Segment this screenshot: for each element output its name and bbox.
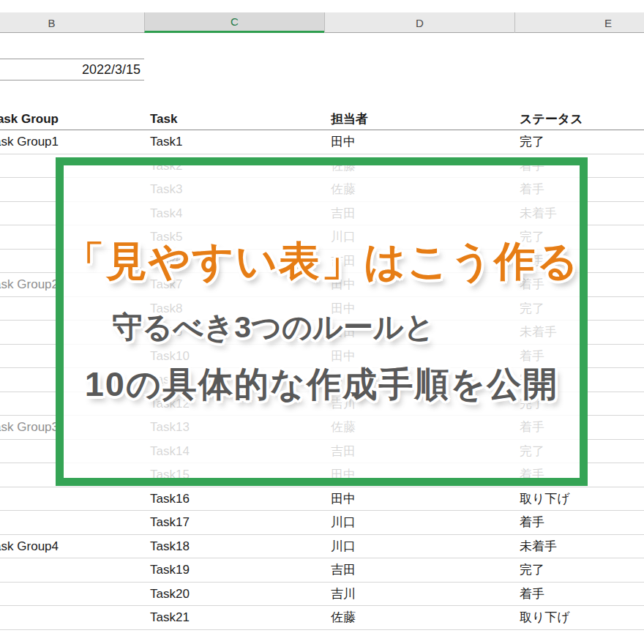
task-cell[interactable]: Task20 [150, 583, 190, 607]
promo-title: 「見やすい表」はこう作る [64, 237, 580, 285]
status-cell[interactable]: 着手 [520, 511, 544, 535]
table-row: Task Group4Task18川口未着手 [0, 535, 644, 559]
header-assignee[interactable]: 担当者 [331, 108, 368, 130]
assignee-cell[interactable]: 川口 [331, 511, 356, 535]
status-cell[interactable]: 取り下げ [520, 487, 570, 512]
task-cell[interactable]: Task19 [150, 558, 190, 583]
assignee-cell[interactable]: 田中 [331, 130, 356, 154]
column-header-d[interactable]: D [324, 12, 514, 33]
date-cell[interactable]: 2022/3/15 [0, 59, 144, 80]
task-cell[interactable]: Task1 [150, 130, 182, 154]
group-cell[interactable]: Task Group1 [0, 130, 59, 154]
group-cell[interactable]: Task Group2 [0, 273, 59, 297]
table-row: Task21佐藤取り下げ [0, 606, 644, 630]
table-row [0, 630, 644, 644]
column-header-strip: B C D E [0, 12, 644, 33]
group-cell[interactable]: Task Group3 [0, 416, 59, 440]
promo-subtitle-line1: 守るべき3つのルールと [15, 309, 531, 345]
group-cell[interactable]: Task Group4 [0, 535, 59, 559]
status-cell[interactable]: 着手 [520, 583, 544, 607]
promo-subtitle-line2: 10の具体的な作成手順を公開 [64, 364, 580, 405]
status-cell[interactable]: 未着手 [520, 535, 557, 559]
assignee-cell[interactable]: 佐藤 [331, 606, 356, 630]
table-row: Task17川口着手 [0, 511, 644, 535]
table-row: Task Group1Task1田中完了 [0, 130, 644, 154]
assignee-cell[interactable]: 田中 [331, 487, 356, 512]
task-cell[interactable]: Task21 [150, 606, 190, 630]
table-row: Task16田中取り下げ [0, 487, 644, 512]
task-cell[interactable]: Task17 [150, 511, 190, 535]
header-status[interactable]: ステータス [520, 108, 583, 130]
table-header-row: Task Group Task 担当者 ステータス [0, 108, 644, 130]
status-cell[interactable]: 完了 [520, 558, 544, 583]
column-header-c-selected[interactable]: C [144, 12, 324, 33]
assignee-cell[interactable]: 吉川 [331, 583, 356, 607]
task-cell[interactable]: Task16 [150, 487, 190, 512]
task-cell[interactable]: Task18 [150, 535, 190, 559]
assignee-cell[interactable]: 吉田 [331, 558, 356, 583]
header-task[interactable]: Task [150, 108, 178, 130]
column-header-e[interactable]: E [514, 12, 644, 33]
table-row: Task19吉田完了 [0, 558, 644, 583]
assignee-cell[interactable]: 川口 [331, 535, 356, 559]
column-header-b[interactable]: B [0, 12, 144, 33]
table-row: Task20吉川着手 [0, 583, 644, 607]
promo-overlay-box: 「見やすい表」はこう作る 守るべき3つのルールと 10の具体的な作成手順を公開 [56, 157, 588, 486]
header-task-group[interactable]: Task Group [0, 108, 59, 130]
status-cell[interactable]: 完了 [520, 130, 544, 154]
status-cell[interactable]: 取り下げ [520, 606, 570, 630]
